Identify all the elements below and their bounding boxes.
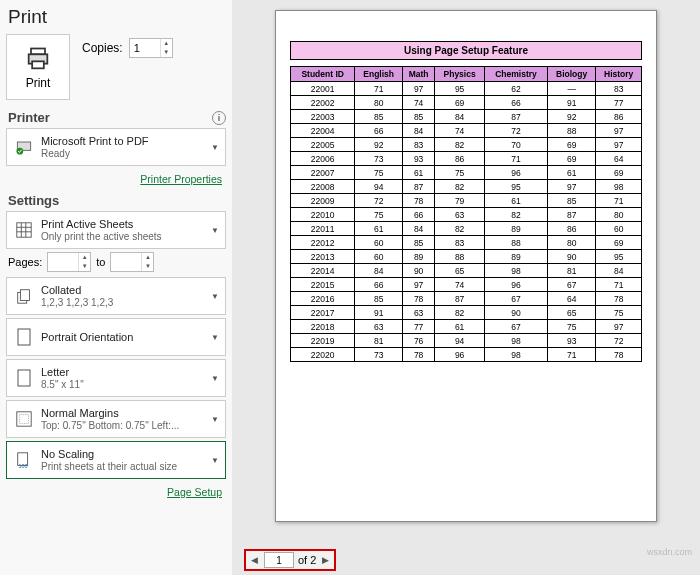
watermark: wsxdn.com: [647, 547, 692, 557]
print-button[interactable]: Print: [6, 34, 70, 100]
page-title: Print: [8, 6, 226, 28]
table-row: 22010756663828780: [291, 208, 642, 222]
col-header: English: [355, 67, 403, 82]
chevron-down-icon: ▼: [211, 226, 219, 235]
table-row: 22003858584879286: [291, 110, 642, 124]
chevron-down-icon: ▼: [211, 374, 219, 383]
svg-rect-12: [18, 329, 30, 345]
table-row: 22014849065988184: [291, 264, 642, 278]
copies-down[interactable]: ▼: [161, 48, 172, 57]
table-row: 22008948782959798: [291, 180, 642, 194]
page-count-label: of 2: [298, 554, 316, 566]
svg-text:100: 100: [19, 463, 28, 469]
scaling-select[interactable]: 100 No ScalingPrint sheets at their actu…: [6, 441, 226, 479]
table-row: 22005928382706997: [291, 138, 642, 152]
page-setup-link[interactable]: Page Setup: [167, 486, 222, 498]
info-icon[interactable]: i: [212, 111, 226, 125]
chevron-down-icon: ▼: [211, 143, 219, 152]
margins-icon: [13, 410, 35, 428]
chevron-down-icon: ▼: [211, 456, 219, 465]
chevron-down-icon: ▼: [211, 333, 219, 342]
copies-label: Copies:: [82, 41, 123, 55]
margins-select[interactable]: Normal MarginsTop: 0.75" Bottom: 0.75" L…: [6, 400, 226, 438]
table-row: 22007756175966169: [291, 166, 642, 180]
table-row: 22019817694989372: [291, 334, 642, 348]
svg-rect-5: [17, 223, 31, 237]
svg-rect-11: [20, 290, 29, 301]
col-header: Biology: [547, 67, 595, 82]
copies-input[interactable]: [130, 42, 158, 54]
table-row: 22002807469669177: [291, 96, 642, 110]
current-page-input[interactable]: [264, 552, 294, 568]
print-preview-page: Using Page Setup Feature Student IDEngli…: [275, 10, 657, 522]
portrait-icon: [13, 328, 35, 346]
chevron-down-icon: ▼: [211, 415, 219, 424]
prev-page-button[interactable]: ◀: [249, 555, 260, 565]
sheets-icon: [13, 221, 35, 239]
print-sheets-select[interactable]: Print Active SheetsOnly print the active…: [6, 211, 226, 249]
svg-rect-13: [18, 370, 30, 386]
collate-icon: [13, 287, 35, 305]
scaling-icon: 100: [13, 451, 35, 469]
print-button-label: Print: [26, 76, 51, 90]
pages-to-input[interactable]: [111, 256, 139, 268]
orientation-select[interactable]: Portrait Orientation ▼: [6, 318, 226, 356]
pages-range: Pages: ▲▼ to ▲▼: [8, 252, 226, 272]
printer-header: Printer i: [8, 110, 226, 125]
table-row: 22018637761677597: [291, 320, 642, 334]
table-row: 2200171979562—83: [291, 82, 642, 96]
svg-rect-14: [17, 412, 31, 426]
table-row: 22017916382906575: [291, 306, 642, 320]
col-header: Student ID: [291, 67, 355, 82]
table-row: 22016857887676478: [291, 292, 642, 306]
preview-title: Using Page Setup Feature: [290, 41, 642, 60]
table-row: 22020737896987178: [291, 348, 642, 362]
printer-status-icon: [13, 137, 35, 157]
pages-from-input[interactable]: [48, 256, 76, 268]
paper-select[interactable]: Letter8.5" x 11" ▼: [6, 359, 226, 397]
pages-to-spinner[interactable]: ▲▼: [110, 252, 154, 272]
table-row: 22009727879618571: [291, 194, 642, 208]
preview-table: Student IDEnglishMathPhysicsChemistryBio…: [290, 66, 642, 362]
svg-rect-0: [31, 48, 45, 54]
table-row: 22012608583888069: [291, 236, 642, 250]
printer-properties-link[interactable]: Printer Properties: [140, 173, 222, 185]
col-header: Chemistry: [484, 67, 547, 82]
copies-spinner[interactable]: ▲▼: [129, 38, 173, 58]
settings-header: Settings: [8, 193, 226, 208]
next-page-button[interactable]: ▶: [320, 555, 331, 565]
table-row: 22011618482898660: [291, 222, 642, 236]
svg-rect-2: [32, 61, 44, 68]
table-row: 22004668474728897: [291, 124, 642, 138]
copies-up[interactable]: ▲: [161, 39, 172, 48]
printer-select[interactable]: Microsoft Print to PDFReady ▼: [6, 128, 226, 166]
table-row: 22015669774966771: [291, 278, 642, 292]
collated-select[interactable]: Collated1,2,3 1,2,3 1,2,3 ▼: [6, 277, 226, 315]
col-header: History: [596, 67, 642, 82]
pages-from-spinner[interactable]: ▲▼: [47, 252, 91, 272]
table-row: 22006739386716964: [291, 152, 642, 166]
col-header: Math: [402, 67, 434, 82]
printer-icon: [24, 45, 52, 73]
paper-icon: [13, 369, 35, 387]
chevron-down-icon: ▼: [211, 292, 219, 301]
page-navigator: ◀ of 2 ▶: [244, 549, 336, 571]
table-row: 22013608988899095: [291, 250, 642, 264]
col-header: Physics: [435, 67, 485, 82]
